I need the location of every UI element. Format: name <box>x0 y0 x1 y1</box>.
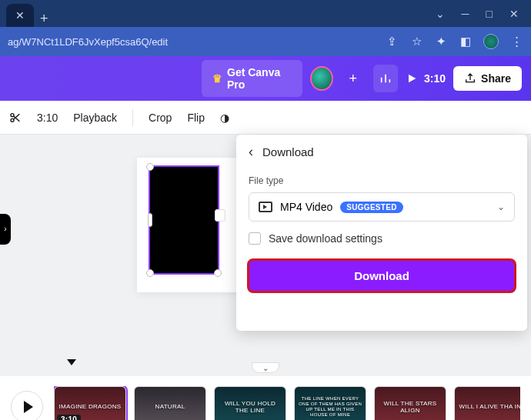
resize-handle[interactable] <box>214 269 222 277</box>
analytics-icon[interactable] <box>373 65 398 92</box>
add-button[interactable]: + <box>341 65 366 92</box>
clip-thumbnail[interactable]: THE LINE WHEN EVERY ONE OF THEM HAS GIVE… <box>294 386 366 420</box>
clip-thumbnail[interactable]: NATURAL <box>134 386 206 420</box>
save-settings-label: Save download settings <box>269 232 382 245</box>
extensions-icon[interactable]: ✦ <box>434 35 448 48</box>
play-icon <box>24 401 33 413</box>
resize-handle[interactable] <box>148 213 152 227</box>
svg-point-1 <box>11 118 14 122</box>
get-pro-label: Get Canva Pro <box>227 66 292 91</box>
back-icon[interactable]: ‹ <box>249 144 253 160</box>
new-tab-button[interactable]: + <box>40 11 48 27</box>
resize-handle[interactable] <box>146 269 154 277</box>
save-settings-checkbox[interactable] <box>249 232 261 245</box>
toolbar-duration[interactable]: 3:10 <box>37 112 58 124</box>
file-type-value: MP4 Video <box>280 201 332 213</box>
panel-title: Download <box>262 145 314 158</box>
element-control[interactable] <box>215 209 225 222</box>
file-type-label: File type <box>249 175 515 186</box>
get-pro-button[interactable]: ♛ Get Canva Pro <box>202 60 302 97</box>
app-header: ♛ Get Canva Pro + 3:10 Share <box>0 56 531 101</box>
browser-addressbar: ag/W7NCt1LDF6JvXepf5csa6Q/edit ⇪ ☆ ✦ ◧ ⋮ <box>0 27 531 56</box>
divider <box>132 109 133 126</box>
clip-thumbnail[interactable]: WILL I ALIVE THA IN <box>454 386 520 420</box>
download-button-label: Download <box>354 269 409 282</box>
video-icon <box>259 202 272 212</box>
sidepanel-icon[interactable]: ◧ <box>459 35 473 48</box>
clip-thumbnail[interactable]: IMAGINE DRAGONS 3:10 <box>54 386 126 420</box>
clip-strip: IMAGINE DRAGONS 3:10 NATURAL WILL YOU HO… <box>54 386 520 420</box>
clip-duration-badge: 3:10 <box>57 415 81 420</box>
flip-button[interactable]: Flip <box>187 112 205 124</box>
browser-titlebar: ✕ + ⌄ ─ □ ✕ <box>0 0 531 27</box>
chevron-down-icon[interactable]: ⌄ <box>436 8 445 20</box>
share-label: Share <box>481 72 511 85</box>
collapse-timeline-button[interactable]: ⌄ <box>252 362 279 373</box>
maximize-icon[interactable]: □ <box>486 8 493 20</box>
selected-element[interactable] <box>149 165 219 275</box>
expand-sidebar-button[interactable]: › <box>0 214 11 245</box>
close-window-icon[interactable]: ✕ <box>509 8 519 20</box>
suggested-badge: SUGGESTED <box>340 202 403 213</box>
minimize-icon[interactable]: ─ <box>462 8 469 20</box>
clip-thumbnail[interactable]: WILL THE STARS ALIGN <box>374 386 446 420</box>
scissors-icon[interactable] <box>9 112 22 124</box>
resize-handle[interactable] <box>146 163 154 171</box>
more-tool-icon[interactable]: ◑ <box>220 112 229 124</box>
share-url-icon[interactable]: ⇪ <box>385 35 399 48</box>
crown-icon: ♛ <box>212 72 222 85</box>
svg-point-0 <box>11 113 14 116</box>
url-text[interactable]: ag/W7NCt1LDF6JvXepf5csa6Q/edit <box>8 36 385 48</box>
bookmark-icon[interactable]: ☆ <box>409 35 423 48</box>
close-icon[interactable]: ✕ <box>15 9 25 22</box>
share-button[interactable]: Share <box>453 66 522 91</box>
timeline: IMAGINE DRAGONS 3:10 NATURAL WILL YOU HO… <box>0 376 531 420</box>
browser-tab[interactable]: ✕ <box>6 4 34 27</box>
kebab-menu-icon[interactable]: ⋮ <box>509 35 523 48</box>
timeline-divider: ⌄ <box>0 361 531 376</box>
clip-thumbnail[interactable]: WILL YOU HOLD THE LINE <box>214 386 286 420</box>
file-type-select[interactable]: MP4 Video SUGGESTED ⌄ <box>249 192 515 222</box>
profile-avatar-icon[interactable] <box>483 34 499 49</box>
header-play-button[interactable]: 3:10 <box>406 72 446 85</box>
user-avatar[interactable] <box>310 66 332 91</box>
download-button[interactable]: Download <box>249 260 515 292</box>
playhead-icon[interactable] <box>67 359 76 367</box>
canvas-area: › ‹ Download File type MP4 Video SUGGEST… <box>0 135 531 361</box>
playback-button[interactable]: Playback <box>73 112 117 124</box>
timeline-play-button[interactable] <box>11 391 43 420</box>
header-duration: 3:10 <box>424 72 446 85</box>
crop-button[interactable]: Crop <box>149 112 172 124</box>
download-panel: ‹ Download File type MP4 Video SUGGESTED… <box>236 135 527 331</box>
editor-toolbar: 3:10 Playback Crop Flip ◑ <box>0 101 531 135</box>
chevron-down-icon: ⌄ <box>497 202 505 212</box>
